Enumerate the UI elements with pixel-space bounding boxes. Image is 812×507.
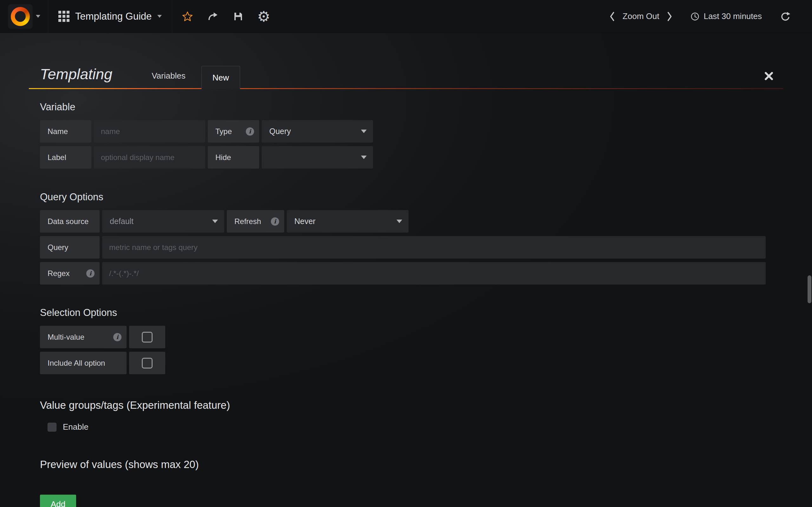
dashboard-title-button[interactable]: Templating Guide [48,0,172,33]
value-groups-heading: Value groups/tags (Experimental feature) [40,399,812,411]
dashboard-title: Templating Guide [75,11,152,22]
refresh-button[interactable] [777,8,794,25]
page-title: Templating [40,65,112,83]
tab-underline [29,88,783,89]
multi-value-row: Multi-value [40,326,812,348]
multi-value-checkbox-cell [129,326,165,348]
zoom-back-button[interactable] [606,8,619,25]
zoom-out-button[interactable]: Zoom Out [619,11,663,21]
top-navbar: Templating Guide Zoom Out [0,0,812,33]
settings-button[interactable] [253,6,274,26]
data-source-select[interactable]: default [102,210,224,233]
query-options-section: Query Options Data source default Refres… [40,191,812,285]
tab-new-label: New [212,73,229,83]
grafana-logo-ring [11,7,30,26]
type-label: Type [208,120,259,143]
chevron-down-icon [361,156,367,159]
main-menu-button[interactable] [0,0,48,33]
chevron-down-icon [361,130,367,133]
star-icon [182,11,193,22]
label-input[interactable] [94,146,205,169]
share-button[interactable] [203,6,223,26]
templating-header: Templating Variables New [29,33,783,89]
clock-icon [690,12,700,21]
tab-new[interactable]: New [201,66,240,89]
zoom-forward-button[interactable] [663,8,676,25]
hide-select[interactable] [262,146,373,169]
query-input[interactable] [102,236,766,259]
chevron-down-icon [212,220,218,223]
datasource-row: Data source default Refresh Never [40,210,812,233]
type-select-value: Query [269,127,291,136]
grafana-logo [8,4,33,29]
include-all-checkbox-cell [129,352,165,374]
time-range-button[interactable]: Last 30 minutes [690,11,762,21]
label-row: Label Hide [40,146,812,169]
type-select[interactable]: Query [262,120,373,143]
multi-value-checkbox[interactable] [142,332,153,343]
type-label-text: Type [215,127,232,136]
chevron-down-icon [397,220,402,223]
info-icon [271,217,279,226]
variable-editor-form: Variable Name Type Query Label [0,101,812,507]
regex-label: Regex [40,262,100,285]
info-icon [246,127,254,135]
chevron-down-icon [36,15,40,18]
chevron-right-icon [666,11,673,22]
refresh-label-text: Refresh [235,217,261,226]
multi-value-label-text: Multi-value [48,333,84,342]
add-button[interactable]: Add [40,495,76,507]
hide-label: Hide [208,146,259,169]
tab-variables[interactable]: Variables [150,71,187,81]
time-controls: Zoom Out Last 30 minutes [606,8,812,25]
label-label: Label [40,146,91,169]
gear-icon [257,9,270,24]
name-input[interactable] [94,120,205,143]
name-row: Name Type Query [40,120,812,143]
dashboard-settings-view: Templating Variables New Variable Name T… [0,33,812,507]
refresh-select-value: Never [294,217,316,226]
include-all-checkbox[interactable] [142,358,153,369]
info-icon [86,269,95,278]
query-row: Query [40,236,812,259]
variable-heading: Variable [40,101,812,113]
variable-section: Variable Name Type Query Label [40,101,812,169]
dashboard-actions [172,6,279,26]
grafana-app: Templating Guide Zoom Out [0,0,812,507]
data-source-select-value: default [110,217,134,226]
name-label: Name [40,120,91,143]
query-label: Query [40,236,100,259]
chevron-down-icon [157,15,162,18]
regex-row: Regex [40,262,812,285]
include-all-label: Include All option [40,352,126,374]
regex-input[interactable] [102,262,766,285]
star-button[interactable] [177,6,198,26]
enable-checkbox[interactable] [48,423,56,432]
enable-row[interactable]: Enable [40,422,812,432]
value-groups-section: Value groups/tags (Experimental feature)… [40,399,812,432]
close-icon [763,71,774,81]
info-icon [113,333,121,341]
selection-options-section: Selection Options Multi-value Include Al… [40,307,812,374]
dashboard-grid-icon [58,11,69,22]
data-source-label: Data source [40,210,100,233]
share-icon [207,11,218,22]
enable-label: Enable [63,422,89,432]
regex-label-text: Regex [48,269,69,278]
multi-value-label: Multi-value [40,326,126,348]
save-button[interactable] [228,6,248,26]
preview-heading: Preview of values (shows max 20) [40,458,812,470]
selection-options-heading: Selection Options [40,307,812,319]
refresh-select[interactable]: Never [287,210,409,233]
refresh-label: Refresh [227,210,284,233]
scrollbar-thumb[interactable] [808,275,811,303]
close-button[interactable] [763,71,774,81]
refresh-icon [780,11,791,22]
include-all-row: Include All option [40,352,812,374]
time-range-label: Last 30 minutes [704,11,762,21]
chevron-left-icon [609,11,616,22]
query-options-heading: Query Options [40,191,812,203]
save-icon [233,11,243,21]
